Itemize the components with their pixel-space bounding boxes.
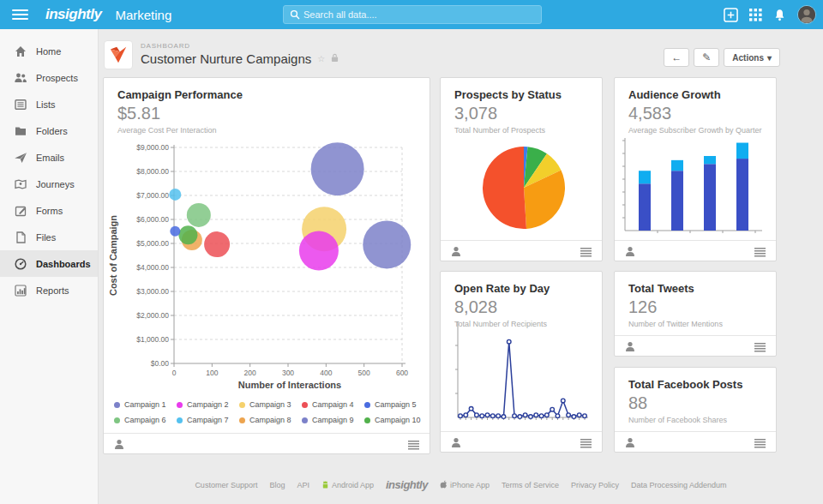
page-title: Customer Nurture Campaigns bbox=[141, 51, 311, 66]
legend-swatch bbox=[114, 417, 120, 423]
lock-icon bbox=[331, 53, 339, 64]
map-icon bbox=[13, 177, 27, 191]
sidebar-item-label: Prospects bbox=[36, 73, 78, 83]
add-new-icon[interactable] bbox=[724, 8, 738, 22]
card-owner-icon[interactable] bbox=[625, 340, 635, 356]
card-title: Prospects by Status bbox=[454, 88, 588, 101]
sidebar-item-label: Folders bbox=[36, 126, 68, 136]
prospects-icon bbox=[13, 71, 27, 85]
sidebar-item-journeys[interactable]: Journeys bbox=[0, 171, 98, 197]
legend-label: Campaign 10 bbox=[375, 416, 421, 424]
svg-text:300: 300 bbox=[282, 369, 294, 377]
insightly-bird-icon bbox=[109, 45, 128, 64]
sidebar-item-emails[interactable]: Emails bbox=[0, 144, 98, 171]
sidebar-item-label: Reports bbox=[36, 285, 69, 296]
card-metric: 4,583 bbox=[628, 104, 762, 123]
card-menu-icon[interactable] bbox=[754, 436, 766, 452]
sidebar-item-files[interactable]: Files bbox=[0, 224, 98, 250]
edit-button[interactable]: ✎ bbox=[694, 48, 719, 67]
card-owner-icon[interactable] bbox=[451, 436, 461, 452]
sidebar-item-label: Home bbox=[36, 46, 61, 57]
notifications-bell-icon[interactable] bbox=[773, 8, 786, 22]
hamburger-menu-icon[interactable] bbox=[12, 7, 28, 22]
legend-item-campaign-9: Campaign 9 bbox=[302, 412, 364, 428]
back-button[interactable]: ← bbox=[664, 48, 689, 67]
card-menu-icon[interactable] bbox=[408, 438, 419, 453]
card-metric: $5.81 bbox=[117, 104, 416, 123]
legend-label: Campaign 9 bbox=[312, 416, 354, 424]
sidebar-item-forms[interactable]: Forms bbox=[0, 197, 98, 224]
footer-link-label: Android App bbox=[332, 481, 374, 489]
sidebar: Home Prospects Lists Folders Emails Jour… bbox=[0, 29, 99, 504]
svg-text:$6,000.00: $6,000.00 bbox=[136, 215, 169, 224]
card-footer bbox=[615, 240, 776, 261]
card-subtitle: Number of Twitter Mentions bbox=[628, 320, 762, 328]
sidebar-item-label: Dashboards bbox=[36, 259, 91, 269]
legend-label: Campaign 5 bbox=[375, 400, 417, 409]
search-icon bbox=[290, 9, 300, 20]
legend-swatch bbox=[364, 402, 370, 408]
card-total-tweets: Total Tweets 126 Number of Twitter Menti… bbox=[614, 271, 777, 357]
footer-link-blog[interactable]: Blog bbox=[269, 481, 285, 489]
actions-dropdown-button[interactable]: Actions ▾ bbox=[724, 48, 780, 67]
card-owner-icon[interactable] bbox=[625, 436, 635, 452]
card-footer bbox=[615, 431, 776, 452]
footer-link-android-app[interactable]: Android App bbox=[321, 481, 374, 489]
card-owner-icon[interactable] bbox=[114, 438, 124, 453]
legend-swatch bbox=[177, 402, 183, 408]
svg-text:Number of Interactions: Number of Interactions bbox=[238, 380, 341, 390]
insightly-logo[interactable]: insightly bbox=[45, 6, 101, 23]
global-search bbox=[283, 5, 542, 24]
card-menu-icon[interactable] bbox=[754, 245, 766, 261]
svg-text:$8,000.00: $8,000.00 bbox=[136, 167, 169, 176]
sidebar-item-prospects[interactable]: Prospects bbox=[0, 64, 98, 91]
svg-text:200: 200 bbox=[244, 369, 256, 377]
app-grid-icon[interactable] bbox=[749, 9, 762, 21]
svg-text:$5,000.00: $5,000.00 bbox=[136, 239, 169, 248]
footer-link-api[interactable]: API bbox=[297, 481, 309, 489]
folder-icon bbox=[13, 124, 27, 138]
svg-text:$4,000.00: $4,000.00 bbox=[136, 263, 169, 272]
footer-link-terms-of-service[interactable]: Terms of Service bbox=[502, 481, 559, 489]
line-chart bbox=[441, 315, 595, 434]
file-icon bbox=[13, 231, 27, 244]
search-input[interactable] bbox=[303, 9, 541, 20]
sidebar-item-lists[interactable]: Lists bbox=[0, 91, 98, 117]
sidebar-item-folders[interactable]: Folders bbox=[0, 117, 98, 144]
svg-text:500: 500 bbox=[358, 369, 370, 377]
user-avatar[interactable] bbox=[797, 5, 816, 24]
favorite-star-icon[interactable]: ☆ bbox=[317, 54, 325, 63]
card-metric: 3,078 bbox=[454, 104, 588, 123]
footer-link-data-processing[interactable]: Data Processing Addendum bbox=[631, 481, 727, 489]
svg-text:0: 0 bbox=[172, 369, 177, 377]
legend-label: Campaign 8 bbox=[249, 416, 291, 424]
svg-text:$2,000.00: $2,000.00 bbox=[136, 311, 169, 320]
card-prospects-by-status: Prospects by Status 3,078 Total Number o… bbox=[440, 77, 603, 261]
footer-link-iphone-app[interactable]: iPhone App bbox=[440, 480, 490, 489]
sidebar-item-label: Emails bbox=[36, 153, 64, 163]
legend-item-campaign-1: Campaign 1 bbox=[114, 397, 177, 412]
card-title: Open Rate by Day bbox=[454, 282, 588, 295]
card-owner-icon[interactable] bbox=[625, 245, 635, 261]
sidebar-item-home[interactable]: Home bbox=[0, 38, 98, 64]
card-owner-icon[interactable] bbox=[451, 245, 461, 261]
svg-text:600: 600 bbox=[396, 369, 408, 377]
card-menu-icon[interactable] bbox=[580, 245, 592, 261]
footer-link-privacy-policy[interactable]: Privacy Policy bbox=[571, 481, 619, 489]
footer-link-customer-support[interactable]: Customer Support bbox=[195, 481, 257, 489]
footer-insightly-logo[interactable]: insightly bbox=[386, 478, 428, 491]
legend-label: Campaign 6 bbox=[124, 416, 166, 424]
card-campaign-performance: Campaign Performance $5.81 Average Cost … bbox=[103, 77, 430, 454]
legend-swatch bbox=[114, 402, 120, 408]
lists-icon bbox=[13, 98, 27, 111]
legend-item-campaign-10: Campaign 10 bbox=[364, 412, 427, 428]
legend-label: Campaign 1 bbox=[124, 400, 166, 409]
legend-swatch bbox=[302, 417, 308, 423]
card-menu-icon[interactable] bbox=[754, 340, 766, 356]
card-subtitle: Average Subscriber Growth by Quarter bbox=[628, 126, 762, 135]
sidebar-item-dashboards[interactable]: Dashboards bbox=[0, 250, 98, 277]
card-menu-icon[interactable] bbox=[580, 436, 592, 452]
sidebar-item-reports[interactable]: Reports bbox=[0, 277, 98, 303]
svg-text:Cost of Campaign: Cost of Campaign bbox=[108, 215, 118, 296]
gauge-icon bbox=[13, 257, 27, 271]
